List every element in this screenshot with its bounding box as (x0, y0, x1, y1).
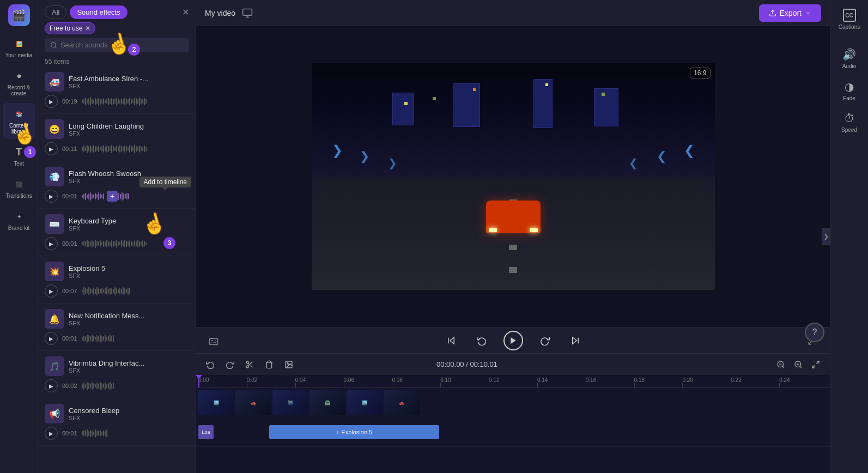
sidebar-item-your-media[interactable]: 🖼️ Your media (3, 33, 35, 63)
sound-controls: ▶ 00:01 + (45, 190, 189, 203)
video-track-clip[interactable]: 🏙️ 🚗 🌃 🛣️ 🏙️ 🚗 (198, 390, 438, 415)
svg-line-27 (816, 361, 819, 364)
waveform (82, 96, 189, 107)
export-icon (769, 9, 776, 17)
sound-item: ⌨️ Keyboard Type SFX ▶ 00:01 (38, 209, 196, 256)
sidebar-item-brand-kit[interactable]: ✦ Brand kit (3, 205, 35, 235)
add-media-button[interactable] (281, 357, 296, 372)
video-thumb: 🚗 (384, 390, 420, 415)
sidebar-item-transitions[interactable]: ⬛ Transitions (3, 173, 35, 203)
sound-duration: 00:02 (62, 383, 77, 389)
cut-button[interactable] (242, 357, 257, 372)
sound-duration: 00:01 (62, 430, 77, 436)
sidebar-label-your-media: Your media (5, 52, 32, 58)
skip-back-button[interactable] (442, 332, 460, 349)
fade-icon: ◑ (845, 80, 854, 93)
sound-item: 🔔 New Notification Mess... SFX ▶ 00:01 (38, 304, 196, 351)
svg-rect-1 (243, 9, 252, 15)
sound-type: SFX (69, 178, 189, 184)
fit-screen-icon (811, 360, 820, 369)
delete-button[interactable] (262, 357, 277, 372)
forward-button[interactable] (536, 332, 554, 349)
text-icon: T (13, 145, 26, 159)
close-panel-icon[interactable]: ✕ (182, 7, 189, 17)
trash-icon (265, 360, 274, 369)
tab-all[interactable]: All (45, 5, 66, 19)
undo-button[interactable] (203, 357, 218, 372)
play-button[interactable]: ▶ (45, 142, 58, 155)
redo-button[interactable] (222, 357, 238, 372)
waveform: + (82, 191, 189, 202)
video-thumb: 🚗 (235, 390, 271, 415)
svg-point-12 (246, 366, 248, 368)
right-panel-item-speed[interactable]: ⏱ Speed (833, 108, 866, 137)
sound-info: Keyboard Type SFX (69, 217, 189, 232)
play-button[interactable]: ▶ (45, 284, 58, 298)
free-to-use-filter[interactable]: Free to use ✕ (45, 22, 95, 34)
play-pause-button[interactable] (503, 331, 523, 350)
sound-info: Vibrimba Ding Interfac... SFX (69, 359, 189, 374)
transitions-icon: ⬛ (13, 178, 26, 191)
video-settings-icon[interactable] (242, 8, 253, 19)
sound-item: 🎵 Vibrimba Ding Interfac... SFX ▶ 00:02 (38, 351, 196, 398)
waveform (82, 238, 189, 249)
play-button[interactable]: ▶ (45, 237, 58, 250)
filter-close-icon[interactable]: ✕ (85, 25, 90, 32)
sidebar-item-record[interactable]: ⏺ Record &create (3, 65, 35, 101)
add-sound-plus-btn[interactable]: + (107, 191, 118, 202)
play-button[interactable]: ▶ (45, 427, 58, 440)
sidebar-item-content-library[interactable]: 📚 Contentlibrary (3, 103, 35, 139)
sound-name: Vibrimba Ding Interfac... (69, 359, 189, 367)
zoom-controls (773, 357, 823, 372)
play-button[interactable]: ▶ (45, 379, 58, 392)
zoom-in-icon (794, 360, 803, 369)
help-button[interactable]: ? (805, 323, 824, 342)
collapse-panel-button[interactable]: ❯ (822, 228, 830, 245)
zoom-in-button[interactable] (791, 357, 806, 372)
play-button[interactable]: ▶ (45, 190, 58, 203)
fade-label: Fade (843, 95, 855, 101)
right-panel-item-captions[interactable]: CC Captions (833, 4, 866, 34)
sound-name: Keyboard Type (69, 217, 189, 225)
svg-marker-7 (572, 337, 576, 344)
sidebar: 🎬 🖼️ Your media ⏺ Record &create 📚 Conte… (0, 0, 38, 473)
sound-item: 📢 Censored Bleep SFX ▶ 00:01 (38, 398, 196, 446)
sidebar-item-text[interactable]: T Text (3, 141, 35, 171)
right-panel-item-fade[interactable]: ◑ Fade (833, 76, 866, 106)
export-button[interactable]: Export (759, 4, 821, 22)
zoom-out-icon (776, 360, 785, 369)
video-title: My video (205, 9, 235, 17)
zoom-out-button[interactable] (773, 357, 788, 372)
sound-duration: 00:01 (62, 335, 77, 342)
export-label: Export (780, 9, 802, 17)
play-button[interactable]: ▶ (45, 95, 58, 108)
sound-thumb: ⌨️ (45, 214, 64, 234)
sound-thumb: 🚑 (45, 72, 64, 92)
top-bar: My video Export (196, 0, 830, 26)
skip-forward-button[interactable] (567, 332, 584, 349)
sidebar-label-content: Contentlibrary (9, 123, 28, 135)
sound-controls: ▶ 00:02 (45, 379, 189, 392)
audio-clip-loa[interactable]: Loa (198, 425, 214, 439)
content-library-icon: 📚 (13, 107, 26, 120)
captions-toggle-button[interactable] (205, 332, 222, 349)
audio-clip-explosion[interactable]: ♪ Explosion 5 (269, 425, 439, 439)
captions-icon: CC (843, 9, 856, 22)
filter-label: Free to use (50, 25, 83, 32)
play-button[interactable]: ▶ (45, 332, 58, 345)
audio-label: Audio (842, 63, 857, 69)
tabs-row: All Sound effects ✕ (45, 5, 189, 19)
search-input[interactable] (60, 41, 184, 49)
captions-icon (209, 336, 218, 345)
tab-sound-effects[interactable]: Sound effects (70, 5, 127, 19)
sound-type: SFX (69, 415, 189, 421)
fit-to-screen-button[interactable] (808, 357, 823, 372)
right-panel-item-audio[interactable]: 🔊 Audio (833, 44, 866, 74)
timeline-area: 00:00.00 / 00:10.01 (196, 353, 830, 473)
sound-thumb: 🎵 (45, 356, 64, 376)
skip-forward-icon (570, 336, 580, 345)
timeline-tracks: 🏙️ 🚗 🌃 🛣️ 🏙️ 🚗 Loa ♪ Explosion 5 (196, 388, 830, 473)
rewind-button[interactable] (473, 332, 490, 349)
sound-type: SFX (69, 320, 189, 326)
add-media-icon (284, 360, 293, 369)
